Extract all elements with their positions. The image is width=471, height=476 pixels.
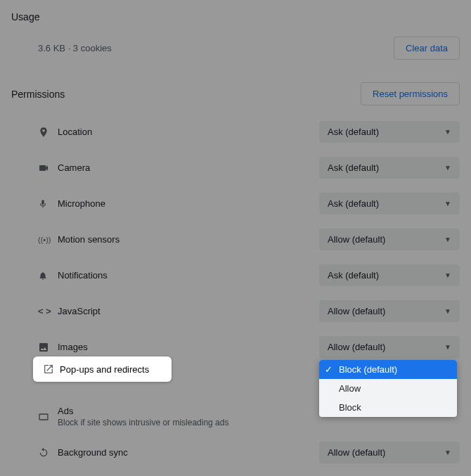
permission-row-microphone: Microphone Ask (default)▼	[38, 186, 460, 221]
permission-row-background-sync: Background sync Allow (default)▼	[38, 435, 460, 470]
dropdown-menu-popups: Block (default) Allow Block	[319, 360, 457, 417]
sync-icon	[38, 447, 58, 458]
permission-row-popups-active: Pop-ups and redirects	[33, 356, 172, 382]
chevron-down-icon: ▼	[444, 164, 451, 172]
permission-label: Pop-ups and redirects	[60, 364, 149, 375]
chevron-down-icon: ▼	[444, 236, 451, 243]
chevron-down-icon: ▼	[444, 307, 451, 315]
usage-title: Usage	[11, 11, 39, 22]
chevron-down-icon: ▼	[444, 271, 451, 279]
notifications-icon	[38, 270, 58, 281]
camera-icon	[38, 162, 58, 174]
permission-label: Background sync	[58, 447, 319, 458]
dropdown-option-block[interactable]: Block	[319, 398, 457, 417]
permission-row-javascript: < > JavaScript Allow (default)▼	[38, 293, 460, 329]
permission-dropdown-javascript[interactable]: Allow (default)▼	[319, 300, 460, 322]
permission-label: JavaScript	[58, 306, 319, 316]
dropdown-option-block-default[interactable]: Block (default)	[319, 360, 457, 379]
permission-dropdown-background-sync[interactable]: Allow (default)▼	[319, 442, 460, 463]
permission-dropdown-microphone[interactable]: Ask (default)▼	[319, 193, 460, 214]
svg-rect-0	[39, 414, 48, 420]
images-icon	[38, 342, 58, 353]
permission-row-camera: Camera Ask (default)▼	[38, 150, 460, 186]
permissions-title: Permissions	[11, 89, 65, 100]
chevron-down-icon: ▼	[444, 200, 451, 207]
permission-label: Camera	[58, 162, 319, 173]
dropdown-option-allow[interactable]: Allow	[319, 379, 457, 398]
location-icon	[38, 127, 58, 138]
permission-dropdown-location[interactable]: Ask (default)▼	[319, 121, 460, 143]
permission-row-notifications: Notifications Ask (default)▼	[38, 257, 460, 293]
ads-icon	[38, 411, 58, 423]
chevron-down-icon: ▼	[444, 128, 451, 136]
permission-dropdown-notifications[interactable]: Ask (default)▼	[319, 264, 460, 286]
permission-label: Location	[58, 127, 319, 137]
permission-label: Notifications	[58, 270, 319, 281]
reset-permissions-button[interactable]: Reset permissions	[361, 82, 460, 105]
permission-sublabel: Block if site shows intrusive or mislead…	[58, 418, 460, 427]
chevron-down-icon: ▼	[444, 449, 451, 456]
permission-row-motion-sensors: ((•)) Motion sensors Allow (default)▼	[38, 221, 460, 257]
permission-label: Microphone	[58, 198, 319, 209]
clear-data-button[interactable]: Clear data	[394, 37, 460, 60]
chevron-down-icon: ▼	[444, 343, 451, 351]
permission-label: Images	[58, 342, 319, 352]
permission-row-location: Location Ask (default)▼	[38, 114, 460, 150]
permission-label: Motion sensors	[58, 234, 319, 245]
permission-dropdown-images[interactable]: Allow (default)▼	[319, 336, 460, 358]
javascript-icon: < >	[38, 306, 58, 316]
microphone-icon	[38, 198, 58, 210]
motion-sensors-icon: ((•))	[38, 236, 58, 244]
usage-text: 3.6 KB · 3 cookies	[38, 43, 112, 53]
permission-dropdown-motion-sensors[interactable]: Allow (default)▼	[319, 229, 460, 250]
popups-icon	[43, 364, 60, 375]
permission-dropdown-camera[interactable]: Ask (default)▼	[319, 157, 460, 179]
